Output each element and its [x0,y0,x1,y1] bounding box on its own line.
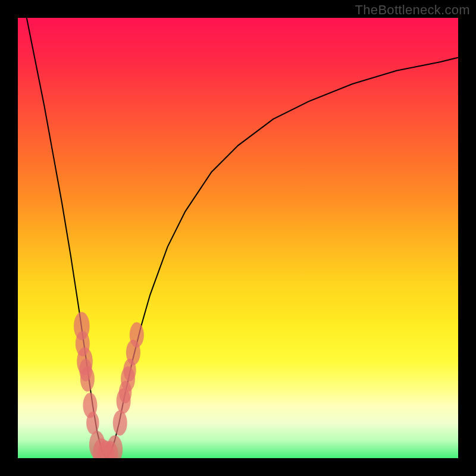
highlighted-points [74,312,144,458]
marker-point [86,412,99,434]
marker-point [113,411,127,436]
curve-layer [18,18,458,458]
bottleneck-curve [27,18,458,458]
watermark-text: TheBottleneck.com [355,2,470,18]
marker-point [130,322,144,348]
marker-point [80,367,95,392]
marker-point [107,436,123,459]
chart-frame: TheBottleneck.com [0,0,476,476]
plot-area [18,18,458,458]
